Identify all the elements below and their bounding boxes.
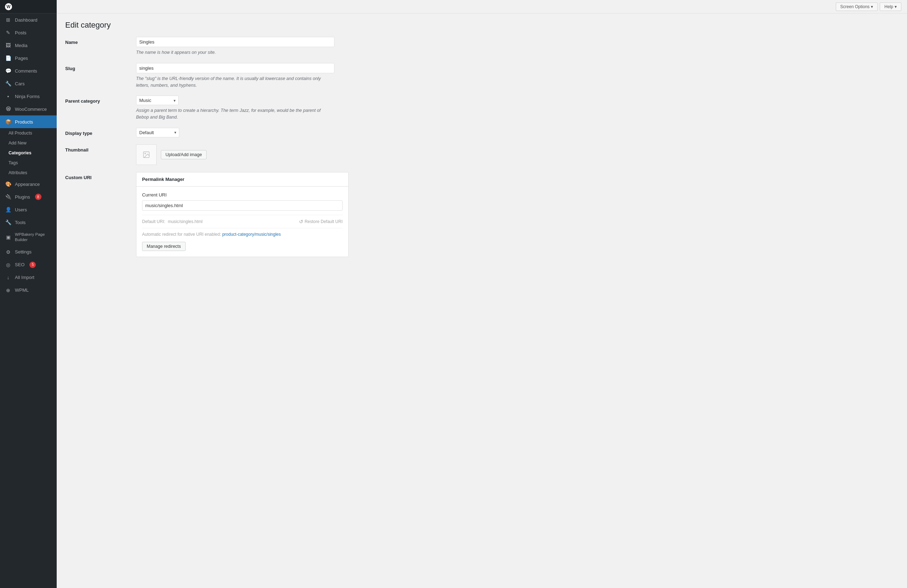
sidebar-item-dashboard[interactable]: ⊞ Dashboard xyxy=(0,13,57,26)
help-chevron-icon: ▾ xyxy=(894,4,897,9)
upload-image-button[interactable]: Upload/Add image xyxy=(161,150,207,159)
default-uri-label: Default URI: xyxy=(142,219,165,224)
screen-options-chevron-icon: ▾ xyxy=(871,4,873,9)
name-field: The name is how it appears on your site. xyxy=(136,37,899,56)
thumbnail-field: Upload/Add image xyxy=(136,144,899,165)
sidebar-item-label: Ninja Forms xyxy=(15,94,40,99)
sidebar-item-woocommerce[interactable]: Ⓦ WooCommerce xyxy=(0,103,57,115)
sidebar-item-pages[interactable]: 📄 Pages xyxy=(0,52,57,64)
thumbnail-placeholder xyxy=(136,144,157,165)
tools-icon: 🔧 xyxy=(5,219,11,225)
upload-image-label: Upload/Add image xyxy=(165,152,202,157)
name-input[interactable] xyxy=(136,37,335,47)
screen-options-button[interactable]: Screen Options ▾ xyxy=(836,3,878,11)
sidebar-item-products[interactable]: 📦 Products xyxy=(0,115,57,128)
sidebar-item-label: Posts xyxy=(15,30,27,35)
sidebar-item-label: Plugins xyxy=(15,194,30,200)
sidebar-item-users[interactable]: 👤 Users xyxy=(0,203,57,216)
sidebar-item-label: SEO xyxy=(15,262,24,267)
permalink-manager-box: Permalink Manager Current URI Default UR… xyxy=(136,172,349,257)
manage-redirects-button[interactable]: Manage redirects xyxy=(142,242,186,251)
screen-options-label: Screen Options xyxy=(840,4,870,9)
restore-default-uri-button[interactable]: ↺ Restore Default URI xyxy=(299,219,343,224)
svg-point-1 xyxy=(144,153,146,154)
sidebar-item-wpbakery[interactable]: ▣ WPBakery Page Builder xyxy=(0,228,57,246)
help-button[interactable]: Help ▾ xyxy=(880,3,901,11)
appearance-icon: 🎨 xyxy=(5,181,11,187)
restore-icon: ↺ xyxy=(299,219,303,224)
all-products-label: All Products xyxy=(8,131,32,136)
redirect-link[interactable]: product-category/music/singles xyxy=(222,232,280,237)
dashboard-icon: ⊞ xyxy=(5,17,11,23)
users-icon: 👤 xyxy=(5,206,11,213)
sidebar-item-tools[interactable]: 🔧 Tools xyxy=(0,216,57,228)
sidebar-item-posts[interactable]: ✎ Posts xyxy=(0,26,57,39)
sidebar-subitem-attributes[interactable]: Attributes xyxy=(0,168,57,178)
main-area: Screen Options ▾ Help ▾ Edit category Na… xyxy=(57,0,907,588)
sidebar-item-comments[interactable]: 💬 Comments xyxy=(0,64,57,77)
sidebar-item-plugins[interactable]: 🔌 Plugins 8 xyxy=(0,190,57,203)
topbar: Screen Options ▾ Help ▾ xyxy=(57,0,907,13)
parent-category-label: Parent category xyxy=(65,96,136,121)
plugins-icon: 🔌 xyxy=(5,193,11,200)
sidebar-item-label: Cars xyxy=(15,81,24,86)
sidebar-item-label: WPML xyxy=(15,288,29,293)
parent-category-field: Music None Assign a parent term to creat… xyxy=(136,96,899,121)
sidebar-item-label: Users xyxy=(15,207,27,213)
all-import-icon: ↓ xyxy=(5,274,11,281)
add-new-label: Add New xyxy=(8,141,27,145)
wpbakery-icon: ▣ xyxy=(5,234,11,240)
slug-input[interactable] xyxy=(136,63,335,73)
cars-icon: 🔧 xyxy=(5,80,11,87)
wp-logo-icon: W xyxy=(5,3,12,10)
sidebar-item-seo[interactable]: ◎ SEO 5 xyxy=(0,259,57,271)
sidebar-item-label: Media xyxy=(15,43,27,48)
sidebar-item-cars[interactable]: 🔧 Cars xyxy=(0,77,57,90)
permalink-manager-title: Permalink Manager xyxy=(142,177,184,182)
sidebar-item-all-import[interactable]: ↓ All Import xyxy=(0,271,57,284)
attributes-label: Attributes xyxy=(8,170,27,175)
redirect-text: Automatic redirect for native URI enable… xyxy=(142,232,221,237)
settings-icon: ⚙ xyxy=(5,249,11,255)
sidebar-subitem-add-new[interactable]: Add New xyxy=(0,138,57,148)
media-icon: 🖼 xyxy=(5,42,11,48)
sidebar-item-appearance[interactable]: 🎨 Appearance xyxy=(0,178,57,190)
manage-redirects-label: Manage redirects xyxy=(147,244,181,249)
sidebar: W ⊞ Dashboard ✎ Posts 🖼 Media 📄 Pages 💬 … xyxy=(0,0,57,588)
posts-icon: ✎ xyxy=(5,29,11,36)
display-type-field: Default Products Subcategories Both xyxy=(136,128,899,137)
seo-icon: ◎ xyxy=(5,262,11,268)
page-title: Edit category xyxy=(65,21,899,30)
sidebar-item-media[interactable]: 🖼 Media xyxy=(0,39,57,52)
restore-label: Restore Default URI xyxy=(305,219,343,224)
tags-label: Tags xyxy=(8,160,18,165)
permalink-default-uri-text: Default URI: music/singles.html xyxy=(142,219,203,224)
sidebar-subitem-tags[interactable]: Tags xyxy=(0,158,57,168)
sidebar-item-wpml[interactable]: ⊕ WPML xyxy=(0,284,57,297)
parent-category-select[interactable]: Music None xyxy=(136,96,179,105)
sidebar-subitem-categories[interactable]: Categories xyxy=(0,148,57,158)
comments-icon: 💬 xyxy=(5,68,11,74)
name-label: Name xyxy=(65,37,136,56)
thumbnail-row: Thumbnail Upload/Add image xyxy=(65,144,899,165)
display-type-select[interactable]: Default Products Subcategories Both xyxy=(136,128,179,137)
wpml-icon: ⊕ xyxy=(5,287,11,294)
custom-uri-row: Custom URI Permalink Manager Current URI… xyxy=(65,172,899,257)
sidebar-logo: W xyxy=(0,0,57,13)
permalink-default-uri-row: Default URI: music/singles.html ↺ Restor… xyxy=(142,215,343,224)
help-label: Help xyxy=(884,4,893,9)
sidebar-item-label: WooCommerce xyxy=(15,107,47,112)
slug-label: Slug xyxy=(65,63,136,89)
parent-category-hint: Assign a parent term to create a hierarc… xyxy=(136,107,335,121)
display-type-row: Display type Default Products Subcategor… xyxy=(65,128,899,137)
sidebar-item-ninja-forms[interactable]: ▪ Ninja Forms xyxy=(0,90,57,103)
current-uri-input[interactable] xyxy=(142,200,343,211)
slug-field: The "slug" is the URL-friendly version o… xyxy=(136,63,899,89)
sidebar-subitem-all-products[interactable]: All Products xyxy=(0,128,57,138)
thumbnail-label: Thumbnail xyxy=(65,144,136,165)
name-row: Name The name is how it appears on your … xyxy=(65,37,899,56)
sidebar-item-label: Settings xyxy=(15,249,32,254)
display-type-select-wrapper: Default Products Subcategories Both xyxy=(136,128,179,137)
thumbnail-area: Upload/Add image xyxy=(136,144,899,165)
sidebar-item-settings[interactable]: ⚙ Settings xyxy=(0,246,57,259)
